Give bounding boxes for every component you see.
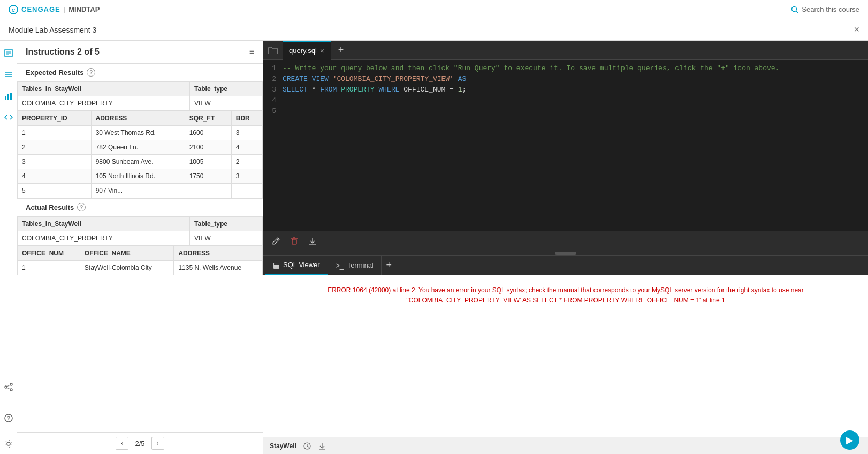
sidebar-chart-icon[interactable] [3, 90, 14, 102]
table-cell: 2100 [185, 140, 231, 155]
scroll-thumb [555, 252, 576, 255]
table-cell [185, 184, 231, 198]
instructions-panel: Instructions 2 of 5 ≡ Expected Results ?… [17, 41, 263, 454]
table-cell: 782 Queen Ln. [91, 140, 185, 155]
table-cell: 2 [18, 140, 92, 155]
bottom-tabs: ▦ SQL Viewer >_ Terminal + [263, 255, 868, 275]
expected-detail-table-wrapper: PROPERTY_ID ADDRESS SQR_FT BDR 1 30 West… [17, 111, 263, 198]
scroll-indicator [263, 251, 868, 255]
svg-rect-11 [5, 96, 6, 100]
tab-label: query.sql [289, 47, 317, 55]
line-number-3: 3 [263, 86, 283, 96]
actual-col-tables: Tables_in_StayWell [18, 217, 190, 231]
actual-col-type: Table_type [190, 217, 263, 231]
code-line-1: 1 -- Write your query below and then cli… [263, 64, 868, 75]
table-cell: 5 [18, 184, 92, 198]
cengage-logo-icon: C [9, 5, 18, 14]
sidebar-book-icon[interactable] [3, 47, 14, 59]
actual-detail-col-name: OFFICE_NAME [80, 246, 174, 261]
svg-point-2 [792, 6, 797, 11]
sql-viewer-label: SQL Viewer [283, 261, 320, 269]
svg-text:?: ? [6, 415, 10, 421]
svg-text:C: C [12, 7, 16, 13]
cengage-text: CENGAGE [21, 5, 60, 13]
svg-line-3 [796, 11, 798, 13]
search-label: Search this course [802, 5, 859, 13]
terminal-tab[interactable]: >_ Terminal [328, 256, 382, 275]
actual-results-label: Actual Results ? [17, 199, 263, 216]
sidebar-help-icon[interactable]: ? [3, 412, 14, 424]
search-icon [791, 6, 798, 13]
search-area[interactable]: Search this course [791, 5, 859, 13]
expected-results-table-wrapper: Tables_in_StayWell Table_type COLOMBIA_C… [17, 81, 263, 111]
svg-rect-13 [10, 93, 12, 100]
table-cell: 3 [231, 169, 262, 184]
table-cell: StayWell-Colombia City [80, 261, 174, 275]
svg-point-16 [5, 386, 7, 388]
detail-col-propid: PROPERTY_ID [18, 111, 92, 126]
svg-point-22 [5, 441, 12, 448]
actual-results-help-icon[interactable]: ? [77, 203, 86, 211]
table-cell: 1 [18, 126, 92, 140]
close-button[interactable]: × [854, 24, 859, 35]
module-header: Module Lab Assessment 3 × [0, 19, 868, 41]
detail-col-address: ADDRESS [91, 111, 185, 126]
table-cell: COLOMBIA_CITY_PROPERTY [18, 96, 190, 111]
sidebar-list-icon[interactable] [3, 69, 14, 80]
svg-point-21 [7, 442, 10, 445]
line-number-1: 1 [263, 64, 283, 75]
query-sql-tab[interactable]: query.sql × [283, 41, 331, 60]
actual-detail-col-num: OFFICE_NUM [18, 246, 80, 261]
actual-detail-table-wrapper: OFFICE_NUM OFFICE_NAME ADDRESS 1 StayWel… [17, 246, 263, 275]
svg-rect-24 [292, 239, 296, 244]
table-row: 1 30 West Thomas Rd. 1600 3 [18, 126, 263, 140]
folder-icon-button[interactable] [265, 43, 280, 58]
edit-button[interactable] [270, 234, 283, 247]
run-button[interactable]: ▶ [840, 430, 859, 450]
line-content-2: CREATE VIEW 'COLOMBIA_CITY_PROPERTY_VIEW… [283, 75, 466, 86]
error-message: ERROR 1064 (42000) at line 2: You have a… [263, 275, 868, 316]
actual-detail-table: OFFICE_NUM OFFICE_NAME ADDRESS 1 StayWel… [17, 246, 263, 275]
next-page-button[interactable]: › [151, 437, 164, 450]
delete-button[interactable] [288, 234, 301, 247]
expected-results-help-icon[interactable]: ? [87, 68, 95, 77]
table-cell [231, 184, 262, 198]
database-name: StayWell [270, 442, 296, 450]
main-layout: ? Instructions 2 of 5 ≡ Expected Results… [0, 41, 868, 454]
expected-col-type: Table_type [190, 82, 263, 96]
left-sidebar: ? [0, 41, 17, 454]
terminal-label: Terminal [347, 261, 374, 269]
sidebar-share-icon[interactable] [3, 381, 14, 393]
table-cell: 1 [18, 261, 80, 275]
actual-results-table-wrapper: Tables_in_StayWell Table_type COLOMBIA_C… [17, 216, 263, 246]
hamburger-icon[interactable]: ≡ [249, 47, 254, 57]
expected-detail-table: PROPERTY_ID ADDRESS SQR_FT BDR 1 30 West… [17, 111, 263, 198]
detail-col-sqrft: SQR_FT [185, 111, 231, 126]
sidebar-code-icon[interactable] [3, 111, 14, 123]
table-cell: 907 Vin... [91, 184, 185, 198]
terminal-icon: >_ [336, 261, 344, 270]
module-title: Module Lab Assessment 3 [9, 26, 96, 34]
table-cell: COLOMBIA_CITY_PROPERTY [18, 231, 190, 246]
table-cell: 1005 [185, 155, 231, 169]
top-bar: C CENGAGE | MINDTAP Search this course [0, 0, 868, 19]
download-button[interactable] [306, 234, 319, 247]
history-icon[interactable] [303, 442, 311, 450]
table-cell: VIEW [190, 96, 263, 111]
code-line-2: 2 CREATE VIEW 'COLOMBIA_CITY_PROPERTY_VI… [263, 75, 868, 86]
table-row: 2 782 Queen Ln. 2100 4 [18, 140, 263, 155]
table-cell: VIEW [190, 231, 263, 246]
sidebar-settings-icon[interactable] [3, 438, 14, 450]
sql-viewer-tab[interactable]: ▦ SQL Viewer [265, 256, 328, 275]
mindtap-text: MINDTAP [68, 5, 100, 13]
add-bottom-tab-button[interactable]: + [382, 258, 397, 273]
save-icon[interactable] [318, 442, 326, 450]
prev-page-button[interactable]: ‹ [116, 437, 128, 450]
svg-line-23 [277, 239, 278, 240]
code-editor[interactable]: 1 -- Write your query below and then cli… [263, 60, 868, 231]
expected-results-label: Expected Results ? [17, 64, 263, 81]
table-cell: 3 [231, 126, 262, 140]
table-cell: 9800 Sunbeam Ave. [91, 155, 185, 169]
tab-close-icon[interactable]: × [320, 47, 324, 55]
add-tab-button[interactable]: + [333, 43, 348, 58]
